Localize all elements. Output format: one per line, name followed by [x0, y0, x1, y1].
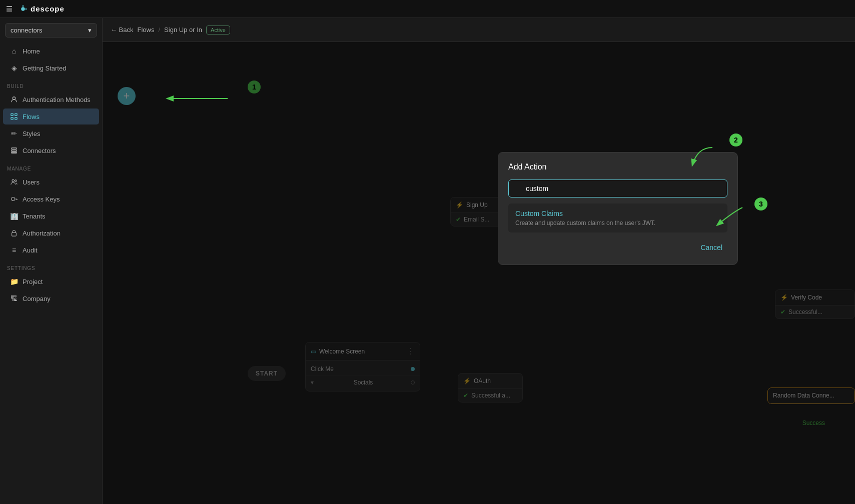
sidebar-item-audit[interactable]: ≡ Audit — [3, 242, 99, 258]
sidebar-item-authorization-label: Authorization — [23, 230, 61, 237]
sidebar-item-access-keys[interactable]: Access Keys — [3, 191, 99, 207]
main-layout: connectors ▾ ⌂ Home ◈ Getting Started Bu… — [0, 18, 855, 504]
svg-point-2 — [26, 8, 27, 10]
authorization-icon — [10, 229, 18, 237]
flow-canvas: + 1 START ▭ Welcome Screen ⋮ — [103, 42, 855, 504]
svg-point-1 — [23, 5, 24, 6]
modal-result-description: Create and update custom claims on the u… — [515, 220, 720, 226]
build-section-label: Build — [0, 76, 102, 91]
cancel-button[interactable]: Cancel — [695, 240, 727, 254]
sidebar-item-connectors-label: Connectors — [23, 147, 56, 154]
sidebar-item-authorization[interactable]: Authorization — [3, 225, 99, 241]
modal-title: Add Action — [508, 162, 727, 172]
sidebar-item-flows-label: Flows — [23, 113, 40, 120]
content-area: ← Back Flows / Sign Up or In Active + 1 … — [103, 18, 855, 504]
sidebar-item-auth-label: Authentication Methods — [23, 96, 91, 104]
sidebar-item-getting-started[interactable]: ◈ Getting Started — [3, 60, 99, 76]
manage-section-label: Manage — [0, 159, 102, 174]
sidebar-item-connectors[interactable]: Connectors — [3, 142, 99, 158]
topbar: ☰ descope — [0, 0, 855, 18]
sidebar-item-users-label: Users — [23, 178, 40, 186]
breadcrumb-current: Sign Up or In — [164, 26, 202, 34]
back-button[interactable]: ← Back — [111, 26, 134, 34]
svg-rect-9 — [12, 150, 17, 152]
sidebar-item-project-label: Project — [23, 278, 43, 286]
tenants-icon: 🏢 — [10, 212, 18, 220]
svg-point-12 — [15, 180, 17, 182]
audit-icon: ≡ — [10, 246, 18, 254]
project-icon: 📁 — [10, 278, 18, 286]
svg-rect-7 — [15, 118, 17, 120]
breadcrumb-bar: ← Back Flows / Sign Up or In Active — [103, 18, 855, 42]
svg-point-13 — [12, 198, 15, 201]
svg-rect-6 — [11, 118, 13, 120]
svg-point-3 — [13, 97, 15, 100]
modal-result-title: Custom Claims — [515, 210, 720, 218]
flows-icon — [10, 112, 18, 120]
sidebar-item-company-label: Company — [23, 295, 51, 302]
svg-rect-4 — [11, 114, 13, 116]
sidebar-item-project[interactable]: 📁 Project — [3, 274, 99, 290]
status-badge: Active — [206, 26, 230, 34]
breadcrumb-flows[interactable]: Flows — [138, 26, 155, 34]
settings-section-label: Settings — [0, 258, 102, 273]
project-selector-label: connectors — [11, 26, 43, 34]
sidebar-item-company[interactable]: 🏗 Company — [3, 290, 99, 306]
sidebar-item-audit-label: Audit — [23, 246, 38, 254]
access-keys-icon — [10, 195, 18, 203]
hamburger-icon[interactable]: ☰ — [6, 5, 13, 13]
svg-point-11 — [12, 180, 14, 182]
home-icon: ⌂ — [10, 47, 18, 55]
sidebar-item-access-keys-label: Access Keys — [23, 196, 60, 203]
annotation-3-number: 3 — [754, 198, 767, 210]
svg-rect-10 — [12, 152, 17, 154]
sidebar-item-users[interactable]: Users — [3, 174, 99, 190]
sidebar-item-home-label: Home — [23, 48, 40, 55]
project-selector[interactable]: connectors ▾ — [5, 23, 97, 38]
add-action-modal: Add Action 🔍 Custom Claims Create and up… — [498, 152, 738, 265]
auth-methods-icon — [10, 96, 18, 104]
breadcrumb-sep: / — [158, 26, 160, 34]
getting-started-icon: ◈ — [10, 64, 18, 72]
sidebar-item-styles-label: Styles — [23, 130, 40, 138]
chevron-down-icon: ▾ — [88, 26, 92, 34]
users-icon — [10, 178, 18, 186]
modal-overlay[interactable] — [103, 42, 855, 504]
sidebar-item-auth-methods[interactable]: Authentication Methods — [3, 92, 99, 108]
logo-icon — [19, 4, 28, 14]
logo: ☰ descope — [6, 4, 65, 14]
sidebar-item-flows[interactable]: Flows — [3, 108, 99, 124]
sidebar: connectors ▾ ⌂ Home ◈ Getting Started Bu… — [0, 18, 103, 504]
styles-icon: ✏ — [10, 130, 18, 138]
annotation-2-number: 2 — [729, 134, 742, 146]
svg-rect-5 — [15, 114, 17, 116]
modal-search-wrap: 🔍 — [508, 180, 727, 198]
svg-rect-14 — [12, 232, 17, 236]
sidebar-item-getting-started-label: Getting Started — [23, 64, 66, 72]
sidebar-item-home[interactable]: ⌂ Home — [3, 43, 99, 59]
sidebar-item-tenants[interactable]: 🏢 Tenants — [3, 208, 99, 224]
logo-text: descope — [31, 4, 65, 13]
sidebar-item-styles[interactable]: ✏ Styles — [3, 126, 99, 142]
svg-point-0 — [21, 7, 25, 11]
modal-footer: Cancel — [508, 240, 727, 254]
company-icon: 🏗 — [10, 294, 18, 302]
svg-rect-8 — [12, 148, 17, 150]
modal-search-result[interactable]: Custom Claims Create and update custom c… — [508, 204, 727, 232]
sidebar-item-tenants-label: Tenants — [23, 212, 46, 220]
connectors-icon — [10, 146, 18, 154]
modal-search-input[interactable] — [508, 180, 727, 198]
